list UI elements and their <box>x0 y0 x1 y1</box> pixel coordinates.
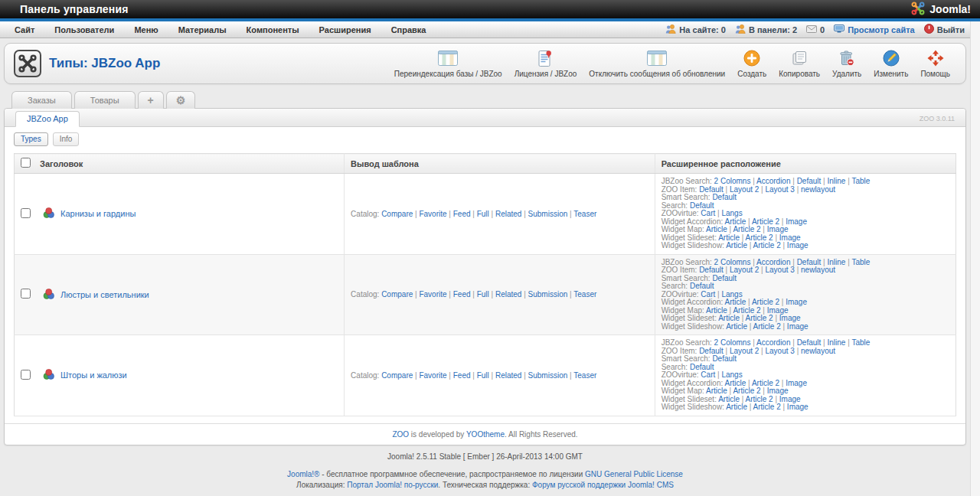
layout-link[interactable]: Article <box>718 314 740 322</box>
disable-update-messages-button[interactable]: Отключить сообщения об обновлении <box>583 47 731 80</box>
template-style-link[interactable]: Compare <box>381 210 413 218</box>
layout-link[interactable]: Langs <box>721 209 742 217</box>
layout-link[interactable]: Article 2 <box>752 217 779 226</box>
layout-link[interactable]: Default <box>699 347 724 355</box>
menu-item-extensions[interactable]: Расширения <box>309 22 381 38</box>
layout-link[interactable]: Article 2 <box>753 322 781 331</box>
menu-item-help[interactable]: Справка <box>381 22 436 38</box>
template-style-link[interactable]: Related <box>495 371 521 380</box>
layout-link[interactable]: Article <box>706 387 727 395</box>
layout-link[interactable]: Image <box>786 379 807 387</box>
menu-item-users[interactable]: Пользователи <box>44 22 124 38</box>
layout-link[interactable]: Default <box>712 193 737 201</box>
layout-link[interactable]: 2 Colomns <box>714 258 751 266</box>
joomla-link[interactable]: Joomla!® <box>287 470 319 478</box>
layout-link[interactable]: Article <box>718 395 740 403</box>
row-checkbox[interactable] <box>21 208 31 218</box>
yootheme-link[interactable]: YOOtheme <box>466 430 505 439</box>
forum-link[interactable]: Форум русской поддержки Joomla! CMS <box>532 481 674 489</box>
layout-link[interactable]: Langs <box>721 290 742 299</box>
layout-link[interactable]: Image <box>779 233 801 242</box>
layout-link[interactable]: Article <box>725 298 746 306</box>
layout-link[interactable]: Default <box>690 282 714 290</box>
messages-indicator[interactable]: 0 <box>806 25 825 34</box>
template-style-link[interactable]: Full <box>477 290 489 299</box>
layout-link[interactable]: Inline <box>827 258 845 266</box>
template-style-link[interactable]: Submission <box>528 371 568 380</box>
gnu-license-link[interactable]: GNU General Public License <box>585 470 683 478</box>
template-style-link[interactable]: Related <box>495 210 521 218</box>
layout-link[interactable]: Cart <box>701 370 715 379</box>
logout-link[interactable]: Выйти <box>924 24 965 35</box>
layout-link[interactable]: Article 2 <box>733 387 760 395</box>
layout-link[interactable]: Inline <box>827 177 845 185</box>
reindex-button[interactable]: Переиндексация базы / JBZoo <box>388 47 508 80</box>
layout-link[interactable]: Article <box>726 241 747 250</box>
layout-link[interactable]: Layout 2 <box>730 185 759 194</box>
layout-link[interactable]: Accordion <box>756 338 790 347</box>
layout-link[interactable]: Default <box>699 266 724 274</box>
layout-link[interactable]: Image <box>767 225 789 233</box>
layout-link[interactable]: Image <box>779 314 801 322</box>
menu-item-components[interactable]: Компоненты <box>237 22 309 38</box>
row-checkbox[interactable] <box>21 289 31 299</box>
layout-link[interactable]: Image <box>767 306 789 315</box>
type-title-link[interactable]: Карнизы и гардины <box>60 209 136 218</box>
template-style-link[interactable]: Feed <box>453 210 471 218</box>
subtab-jbzoo-app[interactable]: JBZoo App <box>15 111 80 127</box>
layout-link[interactable]: Image <box>786 298 807 306</box>
license-button[interactable]: Лицензия / JBZoo <box>508 47 583 80</box>
layout-link[interactable]: 2 Colomns <box>714 177 751 185</box>
layout-link[interactable]: Layout 3 <box>766 185 795 194</box>
layout-link[interactable]: Article 2 <box>733 225 760 233</box>
layout-link[interactable]: Default <box>699 185 724 194</box>
layout-link[interactable]: Image <box>787 241 808 250</box>
layout-link[interactable]: Article 2 <box>746 395 773 403</box>
layout-link[interactable]: Default <box>690 201 714 210</box>
layout-link[interactable]: Article <box>725 217 746 226</box>
tab-products[interactable]: Товары <box>74 91 136 109</box>
layout-link[interactable]: Accordion <box>756 258 790 266</box>
template-style-link[interactable]: Compare <box>381 371 413 380</box>
layout-link[interactable]: Table <box>851 177 870 185</box>
copy-button[interactable]: Копировать <box>773 47 826 80</box>
template-style-link[interactable]: Full <box>477 210 489 218</box>
layout-link[interactable]: Article 2 <box>746 233 773 242</box>
layout-link[interactable]: Article 2 <box>752 298 779 306</box>
layout-link[interactable]: Article 2 <box>746 314 773 322</box>
layout-link[interactable]: Article 2 <box>753 403 781 411</box>
layout-link[interactable]: newlayout <box>801 266 835 274</box>
layout-link[interactable]: Table <box>851 338 870 347</box>
layout-link[interactable]: Image <box>787 322 808 331</box>
layout-link[interactable]: Default <box>797 258 822 266</box>
layout-link[interactable]: Accordion <box>756 177 790 185</box>
layout-link[interactable]: Layout 3 <box>766 347 795 355</box>
layout-link[interactable]: Article 2 <box>753 241 781 250</box>
menu-item-menus[interactable]: Меню <box>124 22 168 38</box>
layout-link[interactable]: Layout 2 <box>730 266 759 274</box>
layout-link[interactable]: Article <box>726 322 747 331</box>
layout-link[interactable]: Article 2 <box>733 306 760 315</box>
portal-link[interactable]: Портал Joomla! по-русски <box>347 481 438 489</box>
layout-link[interactable]: Layout 3 <box>766 266 795 274</box>
scrollbar-track[interactable] <box>970 21 980 496</box>
template-style-link[interactable]: Favorite <box>419 210 446 218</box>
add-app-tab[interactable]: + <box>138 91 164 109</box>
template-style-link[interactable]: Compare <box>381 290 413 299</box>
layout-link[interactable]: Article <box>706 306 727 315</box>
info-button[interactable]: Info <box>53 132 80 146</box>
layout-link[interactable]: newlayout <box>801 347 835 355</box>
settings-tab[interactable]: ⚙ <box>166 91 196 109</box>
delete-button[interactable]: Удалить <box>826 47 867 80</box>
template-style-link[interactable]: Full <box>477 371 489 380</box>
layout-link[interactable]: Article <box>706 225 727 233</box>
template-style-link[interactable]: Teaser <box>573 290 596 299</box>
layout-link[interactable]: Article <box>725 379 746 387</box>
menu-item-site[interactable]: Сайт <box>5 22 44 38</box>
template-style-link[interactable]: Favorite <box>419 371 446 380</box>
template-style-link[interactable]: Submission <box>528 290 568 299</box>
layout-link[interactable]: Default <box>797 338 822 347</box>
template-style-link[interactable]: Feed <box>453 290 471 299</box>
template-style-link[interactable]: Teaser <box>573 371 596 380</box>
layout-link[interactable]: Default <box>690 363 714 371</box>
